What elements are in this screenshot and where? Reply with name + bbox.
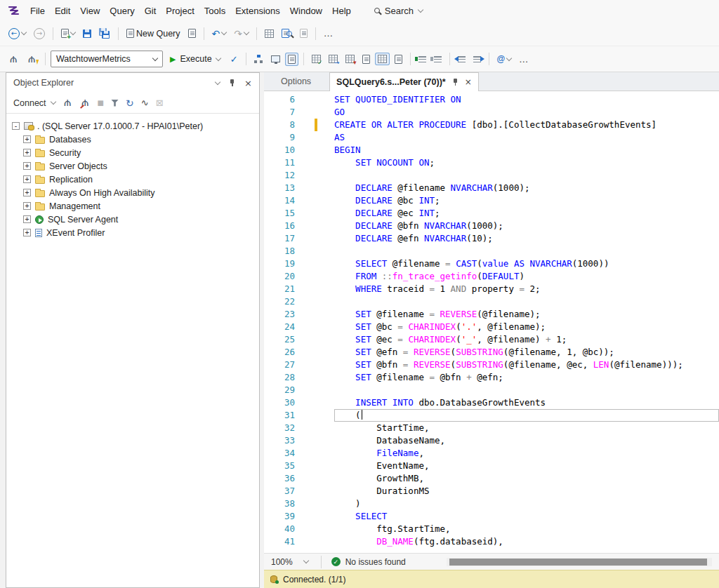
breakpoint-margin[interactable] [295,497,334,510]
code-line[interactable]: 36 GrowthMB, [264,472,719,485]
decrease-indent-button[interactable] [455,53,468,65]
menu-help[interactable]: Help [327,4,356,18]
code-line[interactable]: 38 ) [264,497,719,510]
menu-file[interactable]: File [25,4,50,18]
change-connection-button[interactable]: Ψ [24,52,40,67]
code-line[interactable]: 27 SET @bfn = REVERSE(SUBSTRING(@filenam… [264,359,719,371]
code-line[interactable]: 8CREATE OR ALTER PROCEDURE [dbo].[Collec… [264,119,719,131]
code-line[interactable]: 20 FROM ::fn_trace_getinfo(DEFAULT) [264,270,719,283]
code-line[interactable]: 29 [264,384,719,396]
code-line[interactable]: 26 SET @efn = REVERSE(SUBSTRING(@filenam… [264,346,719,359]
database-selector[interactable]: WatchtowerMetrics [51,51,163,67]
menu-git[interactable]: Git [140,4,161,18]
expand-icon[interactable]: + [23,215,31,223]
code-line[interactable]: 28 SET @filename = @bfn + @efn; [264,371,719,384]
toolbar-overflow-button[interactable]: … [516,53,531,66]
breakpoint-margin[interactable] [295,346,334,359]
connect-dropdown[interactable]: Connect [13,98,55,108]
estimated-plan-button[interactable] [251,53,266,65]
redo-button[interactable]: ↷ [231,27,251,41]
code-line[interactable]: 12 [264,169,719,182]
activity-icon[interactable]: ∿ [141,98,149,107]
pin-icon[interactable] [451,78,459,86]
tree-node-security[interactable]: +Security [12,146,259,159]
tree-node-management[interactable]: +Management [12,199,259,213]
breakpoint-margin[interactable] [295,144,334,156]
breakpoint-margin[interactable] [295,409,334,422]
breakpoint-margin[interactable] [295,321,334,333]
client-statistics-button[interactable] [392,53,405,66]
properties-button[interactable] [297,27,310,40]
results-to-grid-button[interactable]: → [326,53,341,65]
code-line[interactable]: 21 WHERE traceid = 1 AND property = 2; [264,283,719,295]
breakpoint-margin[interactable] [295,182,334,194]
code-line[interactable]: 16 DECLARE @bfn NVARCHAR(1000); [264,220,719,232]
breakpoint-margin[interactable] [295,485,334,497]
code-line[interactable]: 24 SET @bc = CHARINDEX('.', @filename); [264,321,719,333]
code-line[interactable]: 7GO [264,106,719,119]
breakpoint-margin[interactable] [295,245,334,258]
expand-icon[interactable]: + [23,149,31,156]
increase-indent-button[interactable] [470,53,484,65]
scrollbar-thumb[interactable] [449,559,707,566]
menu-project[interactable]: Project [161,4,199,18]
zoom-selector[interactable]: 100% [271,557,311,567]
expand-icon[interactable]: + [23,175,31,183]
code-line[interactable]: 35 EventName, [264,460,719,472]
breakpoint-margin[interactable] [295,510,334,523]
tab-options[interactable]: Options [272,72,319,91]
code-line[interactable]: 40 ftg.StartTime, [264,523,719,535]
breakpoint-margin[interactable] [295,194,334,207]
breakpoint-margin[interactable] [295,308,334,321]
menu-tools[interactable]: Tools [199,4,230,18]
code-editor[interactable]: 6SET QUOTED_IDENTIFIER ON7GO8CREATE OR A… [264,91,719,553]
toolbar-overflow-button[interactable]: … [321,27,336,40]
save-all-button[interactable] [96,26,113,41]
code-line[interactable]: 9AS [264,131,719,144]
breakpoint-margin[interactable] [295,131,334,144]
breakpoint-margin[interactable] [295,295,334,308]
breakpoint-margin[interactable] [295,93,334,106]
menu-extensions[interactable]: Extensions [230,4,285,18]
intellisense-button[interactable] [375,53,390,65]
breakpoint-margin[interactable] [295,535,334,548]
save-button[interactable] [80,27,94,40]
breakpoint-margin[interactable] [295,283,334,295]
tree-node-replication[interactable]: +Replication [12,173,259,186]
code-line[interactable]: 11 SET NOCOUNT ON; [264,156,719,169]
menu-query[interactable]: Query [105,4,139,18]
code-line[interactable]: 14 DECLARE @bc INT; [264,194,719,207]
code-line[interactable]: 6SET QUOTED_IDENTIFIER ON [264,93,719,106]
new-query-button[interactable]: New Query [124,27,183,41]
code-line[interactable]: 31 ( [264,409,719,422]
close-icon[interactable]: × [465,77,472,87]
code-line[interactable]: 25 SET @ec = CHARINDEX('_', @filename) +… [264,333,719,346]
results-to-file-button[interactable]: ▾ [343,53,357,65]
breakpoint-margin[interactable] [295,523,334,535]
code-line[interactable]: 18 [264,245,719,258]
code-line[interactable]: 17 DECLARE @efn NVARCHAR(10); [264,232,719,245]
expand-icon[interactable]: + [23,135,31,143]
collapse-icon[interactable]: - [12,122,20,130]
code-line[interactable]: 41 DB_NAME(ftg.databaseid), [264,535,719,548]
menu-view[interactable]: View [75,4,105,18]
breakpoint-margin[interactable] [295,396,334,409]
oe-connect-button[interactable]: Ψ [62,98,73,108]
breakpoint-margin[interactable] [295,106,334,119]
code-line[interactable]: 34 FileName, [264,447,719,460]
code-line[interactable]: 22 [264,295,719,308]
breakpoint-margin[interactable] [295,460,334,472]
breakpoint-margin[interactable] [295,156,334,169]
tree-node-xevent-profiler[interactable]: +XEvent Profiler [12,226,259,239]
code-line[interactable]: 10BEGIN [264,144,719,156]
expand-icon[interactable]: + [23,202,31,210]
search-control[interactable]: Search [369,4,428,18]
parse-button[interactable]: ✓ [227,53,241,66]
tree-node-sql-server-agent[interactable]: +SQL Server Agent [12,213,259,226]
menu-window[interactable]: Window [285,4,327,18]
breakpoint-margin[interactable] [295,333,334,346]
breakpoint-margin[interactable] [295,434,334,447]
expand-icon[interactable]: + [23,162,31,170]
oe-disconnect-button[interactable]: Ψ [80,98,91,108]
breakpoint-margin[interactable] [295,169,334,182]
